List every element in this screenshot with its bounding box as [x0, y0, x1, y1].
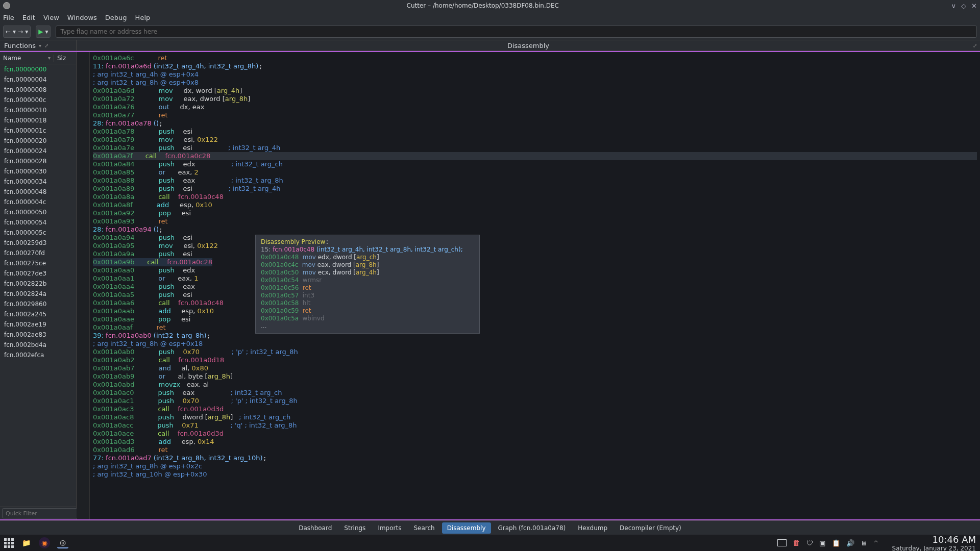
window-title: Cutter – /home/home/Desktop/0338DF08.bin… — [14, 2, 951, 9]
function-item[interactable]: fcn.000270fd — [0, 248, 76, 258]
back-icon[interactable]: ← — [6, 28, 11, 35]
chevron-down-icon[interactable]: ▾ — [45, 28, 48, 35]
volume-icon[interactable]: 🔊 — [846, 539, 854, 547]
function-item[interactable]: fcn.00000010 — [0, 105, 76, 115]
function-item[interactable]: fcn.0002ae83 — [0, 330, 76, 340]
address-input[interactable] — [56, 26, 976, 37]
disassembly-view[interactable]: 0x001a0a6c ret 11: fcn.001a0a6d (int32_t… — [77, 52, 980, 519]
minimize-icon[interactable]: ∨ — [951, 2, 957, 10]
function-item[interactable]: fcn.0000005c — [0, 228, 76, 238]
function-item[interactable]: fcn.00000020 — [0, 136, 76, 146]
apps-grid-icon[interactable] — [4, 538, 13, 547]
menu-bar: FileEditViewWindowsDebugHelp — [0, 11, 980, 23]
functions-columns: Name ▾ Siz — [0, 52, 76, 64]
tab-imports[interactable]: Imports — [373, 522, 406, 534]
app-logo-icon — [3, 2, 10, 9]
chevron-down-icon[interactable]: ▾ — [13, 28, 16, 35]
disasm-panel-header: Disassembly ⤢ — [77, 40, 980, 51]
clock[interactable]: 10:46 AM Saturday, January 23, 2021 — [892, 534, 976, 552]
system-tray: 🗑 🛡 ▣ 📋 🔊 🖥 ^ — [777, 538, 878, 547]
maximize-icon[interactable]: ◇ — [961, 2, 966, 10]
bottom-tabs: DashboardStringsImportsSearchDisassembly… — [0, 520, 980, 535]
function-item[interactable]: fcn.0002bd4a — [0, 340, 76, 350]
panel-header-bar: Functions ▾ ⤢ Disassembly ⤢ — [0, 40, 980, 51]
fold-gutter — [77, 52, 90, 519]
function-item[interactable]: fcn.0002824a — [0, 289, 76, 299]
function-item[interactable]: fcn.0002efca — [0, 350, 76, 360]
toolbar: ←▾ →▾ ▶▾ — [0, 23, 980, 40]
menu-help[interactable]: Help — [135, 14, 151, 21]
firefox-icon[interactable]: ◉ — [39, 537, 50, 548]
function-item[interactable]: fcn.0002ae19 — [0, 319, 76, 330]
functions-list[interactable]: fcn.00000000fcn.00000004fcn.00000008fcn.… — [0, 64, 76, 507]
address-input-wrap[interactable] — [56, 26, 977, 38]
function-item[interactable]: fcn.00000008 — [0, 85, 76, 95]
col-size[interactable]: Siz — [54, 55, 76, 62]
disassembly-text[interactable]: 0x001a0a6c ret 11: fcn.001a0a6d (int32_t… — [90, 52, 980, 519]
functions-title: Functions — [4, 42, 36, 49]
menu-debug[interactable]: Debug — [105, 14, 127, 21]
function-item[interactable]: fcn.00000024 — [0, 146, 76, 156]
cutter-icon[interactable]: ◎ — [57, 537, 68, 548]
function-item[interactable]: fcn.00000048 — [0, 187, 76, 197]
trash-icon[interactable]: 🗑 — [793, 538, 800, 547]
function-item[interactable]: fcn.00000004 — [0, 74, 76, 85]
clock-time: 10:46 AM — [892, 534, 976, 545]
function-item[interactable]: fcn.0000004c — [0, 197, 76, 207]
workspace-icon[interactable] — [777, 539, 787, 546]
disassembly-preview-tooltip: Disassembly Preview:15: fcn.001a0c48 (in… — [255, 235, 480, 334]
shield-icon[interactable]: 🛡 — [806, 539, 813, 547]
terminal-icon[interactable]: ▣ — [819, 539, 825, 547]
function-item[interactable]: fcn.00000030 — [0, 166, 76, 177]
function-item[interactable]: fcn.00000054 — [0, 217, 76, 228]
tab-strings[interactable]: Strings — [339, 522, 371, 534]
title-bar: Cutter – /home/home/Desktop/0338DF08.bin… — [0, 0, 980, 11]
chevron-up-icon[interactable]: ^ — [873, 539, 879, 547]
function-item[interactable]: fcn.00000028 — [0, 156, 76, 166]
tab-decompiler-empty-[interactable]: Decompiler (Empty) — [615, 522, 687, 534]
clock-date: Saturday, January 23, 2021 — [892, 545, 976, 552]
function-item[interactable]: fcn.0000000c — [0, 95, 76, 105]
menu-view[interactable]: View — [43, 14, 59, 21]
function-item[interactable]: fcn.0002a245 — [0, 309, 76, 319]
popout-icon[interactable]: ⤢ — [973, 43, 977, 48]
chevron-down-icon[interactable]: ▾ — [39, 43, 41, 48]
disasm-title: Disassembly — [507, 42, 549, 49]
function-item[interactable]: fcn.000259d3 — [0, 238, 76, 248]
menu-edit[interactable]: Edit — [22, 14, 35, 21]
function-item[interactable]: fcn.00000050 — [0, 207, 76, 217]
forward-icon[interactable]: → — [18, 28, 23, 35]
function-item[interactable]: fcn.00029860 — [0, 299, 76, 309]
os-taskbar: 📁 ◉ ◎ 🗑 🛡 ▣ 📋 🔊 🖥 ^ 10:46 AM Saturday, J… — [0, 535, 980, 551]
sort-desc-icon[interactable]: ▾ — [48, 55, 51, 61]
file-manager-icon[interactable]: 📁 — [20, 537, 32, 548]
col-name[interactable]: Name — [3, 55, 21, 62]
clipboard-icon[interactable]: 📋 — [832, 539, 840, 547]
chevron-down-icon[interactable]: ▾ — [25, 28, 28, 35]
menu-windows[interactable]: Windows — [67, 14, 97, 21]
function-item[interactable]: fcn.00027de3 — [0, 268, 76, 279]
tab-disassembly[interactable]: Disassembly — [442, 522, 491, 534]
run-button[interactable]: ▶▾ — [36, 26, 51, 38]
main-split: Name ▾ Siz fcn.00000000fcn.00000004fcn.0… — [0, 51, 980, 520]
function-item[interactable]: fcn.0000001c — [0, 126, 76, 136]
function-item[interactable]: fcn.00000018 — [0, 115, 76, 126]
function-item[interactable]: fcn.0002822b — [0, 279, 76, 289]
tab-graph-fcn-a-a-[interactable]: Graph (fcn.001a0a78) — [493, 522, 571, 534]
close-icon[interactable]: ✕ — [971, 2, 977, 10]
quick-filter-input[interactable] — [2, 508, 83, 518]
function-item[interactable]: fcn.000275ce — [0, 258, 76, 268]
functions-panel-header: Functions ▾ ⤢ — [0, 40, 77, 51]
functions-sidebar: Name ▾ Siz fcn.00000000fcn.00000004fcn.0… — [0, 52, 77, 519]
menu-file[interactable]: File — [3, 14, 14, 21]
function-item[interactable]: fcn.00000034 — [0, 177, 76, 187]
display-icon[interactable]: 🖥 — [861, 539, 867, 547]
nav-back-forward[interactable]: ←▾ →▾ — [3, 26, 31, 38]
tab-search[interactable]: Search — [408, 522, 439, 534]
popout-icon[interactable]: ⤢ — [44, 43, 48, 48]
play-icon: ▶ — [38, 28, 43, 35]
tab-hexdump[interactable]: Hexdump — [573, 522, 612, 534]
tab-dashboard[interactable]: Dashboard — [293, 522, 337, 534]
quick-filter-bar: X — [0, 507, 76, 519]
function-item[interactable]: fcn.00000000 — [0, 64, 76, 74]
